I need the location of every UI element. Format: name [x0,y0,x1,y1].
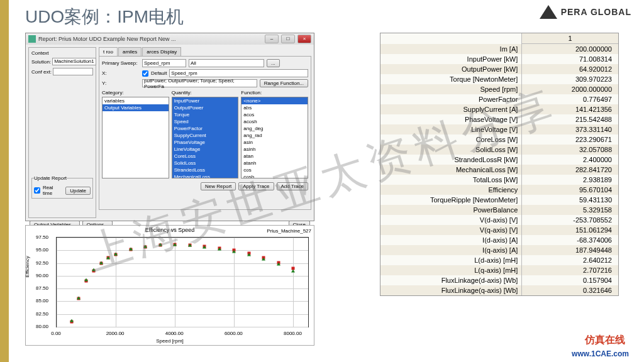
result-name: PhaseVoltage [V] [380,114,522,124]
result-name: FluxLinkage(d-axis) [Wb] [380,275,522,285]
x-label: X: [102,70,140,76]
function-item[interactable]: cos [242,167,308,173]
close-button[interactable]: × [297,35,311,43]
add-trace-button[interactable]: Add Trace [277,182,308,190]
results-row: PowerFactor0.776497 [380,94,618,104]
apply-trace-button[interactable]: Apply Trace [238,182,274,190]
result-value: 71.008314 [522,54,618,64]
chart-ylabel: Efficiency [25,256,30,277]
quantity-item[interactable]: StrandedLoss [172,167,238,173]
function-item[interactable]: ang_rad [242,132,308,139]
quantity-item[interactable]: PhaseVoltage [172,139,238,146]
result-name: MechanicalLoss [W] [380,165,522,175]
category-item[interactable]: Output Variables [103,104,169,111]
quantity-item[interactable]: SupplyCurrent [172,132,238,139]
logo-text: PERA GLOBAL [561,7,631,17]
results-row: PhaseVoltage [V]215.542488 [380,114,618,124]
results-row: StrandedLossR [kW]2.400000 [380,155,618,165]
results-row: FluxLinkage(q-axis) [Wb]0.321646 [380,285,618,295]
chart-data-point [129,247,133,250]
quantity-item[interactable]: InputPower [172,97,238,104]
results-row: TotalLoss [kW]2.938189 [380,175,618,185]
y-combo[interactable]: putPower; OutputPower; Torque; Speed; Po… [142,79,257,87]
ytick: 95.00 [36,247,48,253]
quantity-list[interactable]: InputPowerOutputPowerTorqueSpeedPowerFac… [172,97,239,178]
quantity-header: Quantity: [172,90,239,96]
function-item[interactable]: atanh [242,160,308,167]
xtick: 6000.00 [225,331,243,336]
result-name: L(q-axis) [mH] [380,265,522,275]
results-row: Torque [NewtonMeter]309.970223 [380,74,618,84]
chart-data-point [84,278,88,282]
chart-data-point [277,263,280,266]
results-row: CoreLoss [W]223.290671 [380,134,618,145]
results-row: I(q-axis) [A]187.949448 [380,245,618,255]
function-item[interactable]: asin [242,139,308,146]
results-row: Speed [rpm]2000.000000 [380,84,618,94]
tab-families-display[interactable]: arces Display [142,47,181,56]
result-value: 2.640212 [522,255,618,265]
function-item[interactable]: asinh [242,146,308,153]
chart-data-point [247,253,251,256]
function-item[interactable]: cosh [242,173,308,178]
new-report-button[interactable]: New Report [201,182,236,190]
result-value: 2.938189 [522,175,618,185]
chart-data-point [291,269,295,272]
result-value: 32.057088 [522,145,618,155]
chart-data-point [203,245,206,248]
category-list[interactable]: variablesOutput Variables [102,97,169,178]
xtick: 2000.00 [106,331,125,336]
result-value: 0.776497 [522,94,618,104]
range-function-button[interactable]: Range Function... [260,79,308,87]
result-value: 95.670104 [522,185,618,195]
chart-data-point [99,261,103,264]
xtick: 8000.00 [284,331,302,336]
sweep-ellipsis-button[interactable]: ... [267,59,280,67]
tab-families[interactable]: amiles [118,47,142,56]
update-button[interactable]: Update [65,187,91,195]
quantity-item[interactable]: PowerFactor [172,125,238,132]
function-item[interactable]: acosh [242,118,308,125]
primary-sweep-combo[interactable]: Speed_rpm [142,59,186,67]
quantity-item[interactable]: LineVoltage [172,146,238,153]
category-item[interactable]: variables [103,97,169,104]
slide-title: UDO案例：IPM电机 [25,5,184,29]
x-combo[interactable]: Speed_rpm [169,69,308,77]
result-value: 0.157904 [522,275,618,285]
quantity-item[interactable]: SolidLoss [172,160,238,167]
quantity-item[interactable]: Speed [172,118,238,125]
tab-trace[interactable]: t roo [99,47,118,56]
results-row: PowerBalance5.329158 [380,205,618,215]
function-item[interactable]: abs [242,104,308,111]
function-item[interactable]: acos [242,111,308,118]
result-name: TotalLoss [kW] [380,175,522,185]
quantity-item[interactable]: CoreLoss [172,153,238,160]
dialog-titlebar[interactable]: Report: Prius Motor UDO Example New Repo… [26,33,314,45]
results-row: Efficiency95.670104 [380,185,618,195]
context2-label: Conf ext: [31,69,52,75]
maximize-button[interactable]: □ [281,35,295,43]
result-name: V(q-axis) [V] [380,225,522,235]
realtime-checkbox[interactable] [34,187,40,194]
chart-xlabel: Speed [rpm] [156,338,184,344]
ytick: 90.00 [36,272,48,278]
function-item[interactable]: atan [242,153,308,160]
function-item[interactable]: ang_deg [242,125,308,132]
dialog-app-icon [28,35,36,43]
x-default-checkbox[interactable] [142,70,148,77]
sweep-all-combo[interactable]: All [189,59,264,67]
function-list[interactable]: <none>absacosacoshang_degang_radasinasin… [241,97,308,178]
function-item[interactable]: <none> [242,97,308,104]
context2-combo[interactable] [53,68,93,75]
result-value: 5.329158 [522,205,618,215]
solution-combo[interactable]: MachineSolution1 [52,58,96,65]
chart-data-point [106,256,110,259]
function-header: Function: [241,90,308,96]
quantity-item[interactable]: OutputPower [172,104,238,111]
minimize-button[interactable]: – [265,35,279,43]
quantity-item[interactable]: MechanicalLoss [172,173,238,178]
result-value: -68.374006 [522,235,618,245]
quantity-item[interactable]: Torque [172,111,238,118]
result-name: StrandedLossR [kW] [380,155,522,165]
trace-tabs: t roo amiles arces Display [99,47,311,56]
